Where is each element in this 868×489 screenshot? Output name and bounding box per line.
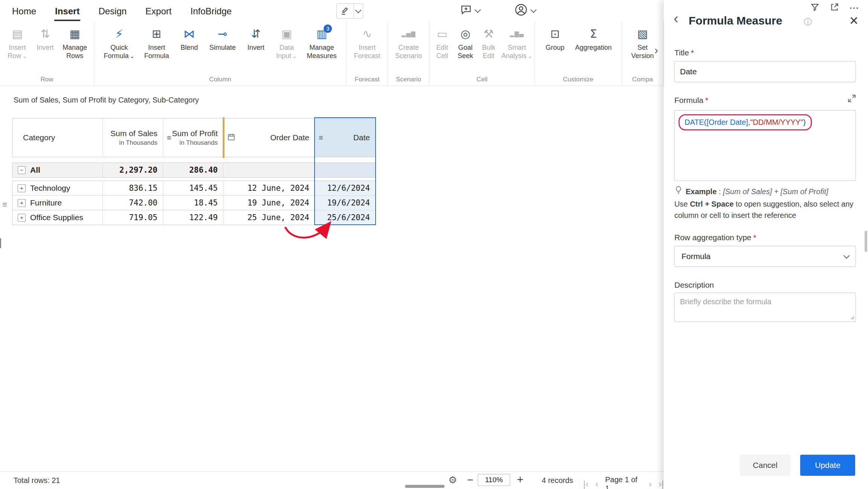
zoom-out-button[interactable]: − [467,474,473,486]
column-header-category[interactable]: Category [12,118,103,157]
tab-export[interactable]: Export [145,2,172,21]
required-mark: * [705,96,708,104]
horizontal-scrollbar-thumb[interactable] [405,485,445,488]
formula-help: Example : [Sum of Sales] + [Sum of Profi… [674,185,856,221]
cell-technology-order_date[interactable]: 12 June, 2024 [223,181,315,195]
pencil-icon [337,4,353,18]
tab-home[interactable]: Home [11,2,37,21]
cell-furniture-profit[interactable]: 18.45 [163,196,223,210]
data-input-icon: ▣ [281,26,292,42]
panel-scrollbar-thumb[interactable] [865,231,867,252]
ribbon-button-aggregation[interactable]: ΣAggregation [575,26,612,52]
table-row-office-supplies: +Office Supplies719.05122.4925 June, 202… [12,210,375,225]
ribbon-button-smart-analysis: ▂▇▄SmartAnalysis⌄ [501,26,533,60]
column-drag-icon[interactable]: ≡ [319,134,323,141]
cancel-button[interactable]: Cancel [740,455,790,476]
tab-infobridge[interactable]: InfoBridge [189,2,232,21]
ribbon-button-manage-rows[interactable]: ▦ManageRows [63,26,87,60]
filter-icon[interactable] [810,2,820,14]
zoom-in-button[interactable]: + [517,473,524,486]
ribbon-button-goal-seek[interactable]: ◎GoalSeek [455,26,476,60]
update-button[interactable]: Update [800,455,855,476]
formula-editor[interactable]: DATE([Order Date],"DD/MM/YYYY") [674,110,856,181]
ribbon-button-manage-measures[interactable]: ▥3ManageMeasures [307,26,336,60]
cell-technology-date[interactable]: 12/6/2024 [315,181,375,195]
formula-token: ) [803,118,806,126]
ribbon-button-bulk-edit: ⚒BulkEdit [478,26,499,60]
cell-furniture-sales[interactable]: 742.00 [103,196,163,210]
column-drag-icon[interactable]: ≡ [167,134,171,141]
chevron-down-icon: ⌄ [528,53,533,59]
close-button[interactable]: × [850,13,858,28]
ribbon-overflow-button[interactable]: › [654,44,658,57]
ribbon-group-customize: ⊡GroupΣAggregationCustomize [535,21,622,86]
comment-tool-button[interactable] [460,5,480,17]
tab-design[interactable]: Design [98,2,127,21]
chevron-down-icon[interactable] [475,7,481,13]
description-textarea[interactable] [674,293,856,322]
edit-tool-button[interactable] [336,3,363,18]
ribbon-group-cell: ▭EditCell◎GoalSeek⚒BulkEdit▂▇▄SmartAnaly… [429,21,535,86]
row-aggregation-select[interactable]: Formula [674,246,856,267]
column-header-date[interactable]: ≡Date [315,118,375,157]
tab-insert[interactable]: Insert [54,2,80,21]
cell-all-date[interactable] [315,163,375,177]
column-label: Date [353,133,370,142]
chevron-down-icon[interactable] [353,4,363,18]
next-page-icon: › [649,479,652,489]
row-gap [12,178,376,181]
popout-icon[interactable] [830,2,839,14]
cell-all-sales[interactable]: 2,297.20 [103,163,163,177]
zoom-input[interactable] [478,474,510,486]
panel-actions: Cancel Update [664,455,868,476]
header-gap [12,157,376,162]
ribbon-button-group[interactable]: ⊡Group [544,26,565,52]
more-options-icon[interactable]: ⋯ [849,3,859,13]
row-drag-handle-icon[interactable]: ≡ [2,200,7,210]
column-header-sales[interactable]: Sum of Salesin Thousands [103,118,163,157]
collapse-icon[interactable]: − [18,166,26,174]
ribbon-button-simulate[interactable]: ⊸Simulate [209,26,236,52]
cell-all-category[interactable]: −All [12,163,103,177]
expand-icon[interactable]: + [18,214,26,222]
column-label: Sum of Profit [172,129,218,138]
required-mark: * [753,233,756,242]
expand-icon[interactable]: + [18,184,26,192]
ribbon-button-blend[interactable]: ⋈Blend [179,26,200,52]
cell-office-supplies-order_date[interactable]: 25 June, 2024 [223,210,315,225]
ribbon-button-set-version[interactable]: ▧SetVersion [631,26,654,60]
cell-technology-category[interactable]: +Technology [12,181,103,195]
invert-icon: ⇵ [251,26,261,42]
add-comment-icon [460,5,472,17]
chevron-down-icon: ⌄ [22,53,27,59]
cell-technology-sales[interactable]: 836.15 [103,181,163,195]
insert-forecast-icon: ∿ [362,26,372,42]
cell-office-supplies-category[interactable]: +Office Supplies [12,210,103,225]
cell-technology-profit[interactable]: 145.45 [163,181,223,195]
cell-furniture-order_date[interactable]: 19 June, 2024 [223,196,315,210]
settings-gear-icon[interactable]: ⚙ [448,474,457,486]
cell-furniture-category[interactable]: +Furniture [12,196,103,210]
chevron-down-icon[interactable] [530,7,537,13]
info-icon[interactable]: ⓘ [804,17,812,27]
cell-office-supplies-date[interactable]: 25/6/2024 [315,210,375,225]
cell-office-supplies-sales[interactable]: 719.05 [103,210,163,225]
ribbon-button-insert-formula[interactable]: ⊞InsertFormula [144,26,169,60]
cell-all-order_date[interactable] [223,163,315,177]
ribbon-button-quick-formula[interactable]: ⚡QuickFormula⌄ [104,26,135,60]
cell-office-supplies-profit[interactable]: 122.49 [163,210,223,225]
column-header-order_date[interactable]: Order Date [223,118,315,157]
table-header-row: CategorySum of Salesin Thousands≡Sum of … [12,118,376,157]
expand-formula-icon[interactable] [847,94,857,105]
expand-icon[interactable]: + [18,199,26,207]
cell-furniture-date[interactable]: 19/6/2024 [315,196,375,210]
column-sublabel: in Thousands [179,139,218,147]
ribbon-button-invert[interactable]: ⇵Invert [245,26,266,52]
ribbon-button-create-scenario: ▂▅▇CreateScenario [395,26,422,60]
cell-all-profit[interactable]: 286.40 [163,163,223,177]
back-button[interactable]: ‹ [674,11,679,26]
column-header-profit[interactable]: ≡Sum of Profitin Thousands [163,118,223,157]
table-row-furniture: +Furniture742.0018.4519 June, 202419/6/2… [12,195,375,210]
title-input[interactable] [674,61,856,82]
account-button[interactable] [515,3,536,18]
